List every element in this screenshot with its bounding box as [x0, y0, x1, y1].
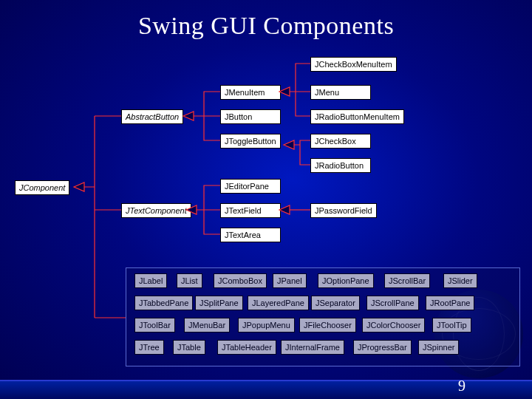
diagram-canvas: JComponent AbstractButton JTextComponent… — [0, 0, 532, 399]
direct-subclass-group — [126, 267, 520, 366]
